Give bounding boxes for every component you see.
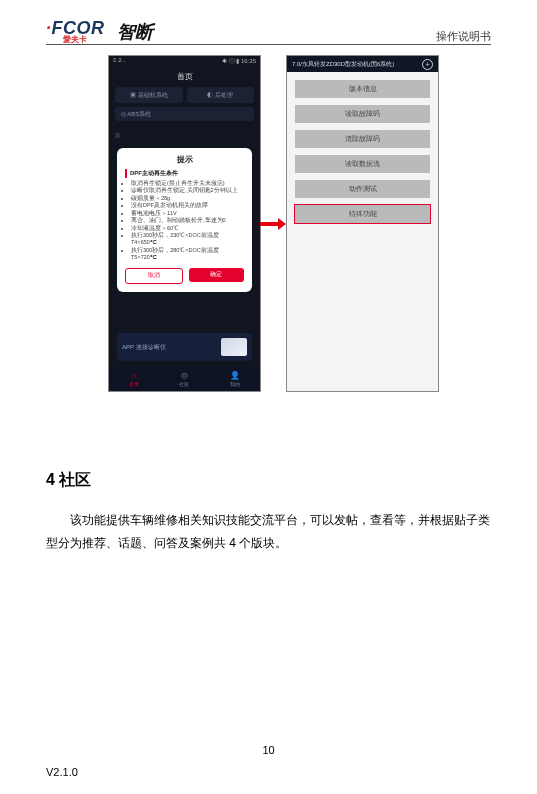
- diagnostic-device-icon: [221, 338, 247, 356]
- dialog-condition-list: 取消再生锁定(禁止再生开关未激活) 诊断仪取消再生锁定,关闭钥匙2分钟以上 碳烟…: [125, 180, 244, 262]
- btn-special-function[interactable]: 特殊功能: [295, 205, 430, 223]
- home-icon: ⌂: [132, 372, 137, 380]
- zhiduan-logo: 智断: [117, 20, 153, 44]
- cancel-button[interactable]: 取消: [125, 268, 183, 284]
- tab-base-system[interactable]: ▣ 基础机系统: [115, 87, 183, 103]
- dialog-section-header: DPF主动再生条件: [125, 169, 244, 178]
- nav-home[interactable]: ⌂ 首页: [109, 367, 159, 391]
- row-abs-system[interactable]: ◎ ABS系统: [115, 107, 254, 121]
- doc-type-label: 操作说明书: [436, 29, 491, 44]
- ok-button[interactable]: 确定: [189, 268, 245, 282]
- btn-clear-dtc[interactable]: 清除故障码: [295, 130, 430, 148]
- section-body: 该功能提供车辆维修相关知识技能交流平台，可以发帖，查看等，并根据贴子类型分为推荐…: [46, 509, 491, 555]
- side-chip-temp: 温: [115, 132, 120, 138]
- plus-icon[interactable]: +: [422, 59, 433, 70]
- user-icon: 👤: [230, 372, 240, 380]
- btn-action-test[interactable]: 动作测试: [295, 180, 430, 198]
- engine-menu-title: 7.0/东风轻发ZD30D型发动机(国6系统): [292, 60, 394, 69]
- screenshot-engine-menu: 7.0/东风轻发ZD30D型发动机(国6系统) + 版本信息 读取故障码 清除故…: [286, 55, 439, 392]
- tab-after-treatment[interactable]: ◐ 后处理: [187, 87, 255, 103]
- doc-version: V2.1.0: [46, 766, 78, 778]
- btn-read-data-stream[interactable]: 读取数据流: [295, 155, 430, 173]
- screenshot-app-home: ≡ 2... ✱ ⓘ ▮ 16:35 首页 ▣ 基础机系统 ◐ 后处理 ◎ AB…: [108, 55, 261, 392]
- nav-community[interactable]: ◎ 社区: [159, 367, 209, 391]
- community-icon: ◎: [181, 372, 188, 380]
- arrow-right-icon: [258, 213, 288, 231]
- header-divider: [46, 44, 491, 45]
- page-number: 10: [0, 744, 537, 756]
- status-bar: ≡ 2... ✱ ⓘ ▮ 16:35: [109, 56, 260, 68]
- nav-mine[interactable]: 👤 我的: [210, 367, 260, 391]
- dpf-dialog: 提示 DPF主动再生条件 取消再生锁定(禁止再生开关未激活) 诊断仪取消再生锁定…: [117, 148, 252, 292]
- brand-logos: ·FCOR 愛夫卡 智断: [46, 19, 153, 44]
- page-title: 首页: [109, 68, 260, 87]
- btn-version-info[interactable]: 版本信息: [295, 80, 430, 98]
- section-heading: 4 社区: [46, 470, 491, 491]
- bottom-nav: ⌂ 首页 ◎ 社区 👤 我的: [109, 367, 260, 391]
- btn-read-dtc[interactable]: 读取故障码: [295, 105, 430, 123]
- dialog-title: 提示: [125, 154, 244, 165]
- fcar-logo: ·FCOR 愛夫卡: [46, 19, 105, 44]
- connect-device-banner[interactable]: APP 连接诊断仪: [117, 333, 252, 361]
